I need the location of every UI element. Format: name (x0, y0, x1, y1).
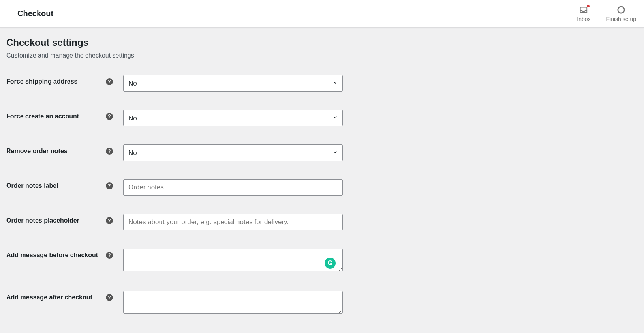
inbox-label: Inbox (577, 16, 590, 22)
row-notes-placeholder: Order notes placeholder ? (6, 214, 638, 230)
svg-point-0 (618, 6, 625, 13)
label-force-shipping: Force shipping address (6, 78, 77, 85)
help-icon[interactable]: ? (106, 217, 113, 224)
inbox-badge-icon (587, 5, 590, 7)
input-notes-placeholder[interactable] (123, 214, 343, 230)
row-msg-after: Add message after checkout ? (6, 291, 638, 315)
help-icon[interactable]: ? (106, 148, 113, 155)
label-remove-notes: Remove order notes (6, 148, 68, 155)
page-subheading: Customize and manage the checkout settin… (6, 52, 638, 59)
inbox-button[interactable]: Inbox (577, 6, 590, 22)
help-icon[interactable]: ? (106, 113, 113, 120)
row-force-shipping: Force shipping address ? No (6, 75, 638, 92)
input-notes-label[interactable] (123, 179, 343, 196)
finish-setup-label: Finish setup (606, 16, 636, 22)
help-icon[interactable]: ? (106, 252, 113, 259)
row-force-account: Force create an account ? No (6, 110, 638, 126)
label-force-account: Force create an account (6, 113, 79, 120)
row-msg-before: Add message before checkout ? G (6, 249, 638, 273)
select-force-shipping[interactable]: No (123, 75, 343, 92)
inbox-icon (579, 6, 588, 14)
select-force-account[interactable]: No (123, 110, 343, 126)
topbar: Checkout Inbox Finish setup (0, 0, 644, 28)
topbar-actions: Inbox Finish setup (577, 6, 636, 22)
help-icon[interactable]: ? (106, 182, 113, 189)
circle-icon (617, 6, 625, 14)
label-notes-label: Order notes label (6, 182, 58, 189)
textarea-msg-after[interactable] (123, 291, 343, 314)
row-notes-label: Order notes label ? (6, 179, 638, 196)
help-icon[interactable]: ? (106, 78, 113, 85)
label-msg-before: Add message before checkout (6, 252, 98, 259)
page-title: Checkout (17, 9, 53, 18)
finish-setup-button[interactable]: Finish setup (606, 6, 636, 22)
label-notes-placeholder: Order notes placeholder (6, 217, 79, 224)
textarea-msg-before[interactable] (123, 249, 343, 271)
page-heading: Checkout settings (6, 37, 638, 48)
content: Checkout settings Customize and manage t… (0, 28, 644, 333)
select-remove-notes[interactable]: No (123, 144, 343, 161)
label-msg-after: Add message after checkout (6, 294, 92, 301)
row-remove-notes: Remove order notes ? No (6, 144, 638, 161)
help-icon[interactable]: ? (106, 294, 113, 301)
settings-form: Force shipping address ? No Force create… (6, 75, 638, 315)
